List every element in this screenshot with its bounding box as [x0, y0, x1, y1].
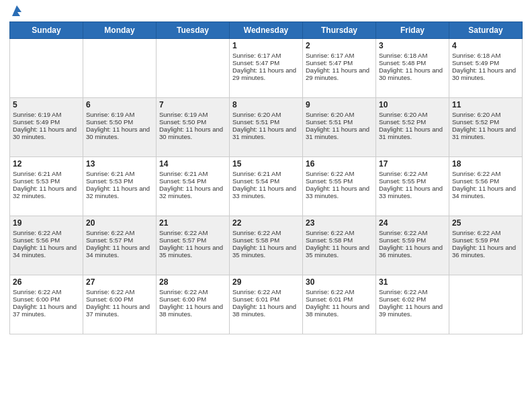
- sunrise-text: Sunrise: 6:19 AM: [159, 111, 226, 118]
- sunrise-text: Sunrise: 6:22 AM: [452, 229, 519, 236]
- daylight-text: Daylight: 11 hours and 35 minutes.: [306, 244, 373, 259]
- day-number: 12: [13, 159, 80, 169]
- day-number: 17: [379, 159, 446, 169]
- table-row: [83, 39, 157, 98]
- week-row-3: 19 Sunrise: 6:22 AM Sunset: 5:56 PM Dayl…: [10, 216, 523, 275]
- sunrise-text: Sunrise: 6:22 AM: [306, 170, 373, 177]
- sunset-text: Sunset: 5:57 PM: [159, 236, 226, 244]
- sunset-text: Sunset: 5:52 PM: [452, 118, 519, 126]
- daylight-text: Daylight: 11 hours and 30 minutes.: [86, 126, 153, 140]
- header-row: Sunday Monday Tuesday Wednesday Thursday…: [10, 22, 523, 39]
- week-row-0: 1 Sunrise: 6:17 AM Sunset: 5:47 PM Dayli…: [10, 39, 523, 98]
- sunrise-text: Sunrise: 6:21 AM: [232, 170, 300, 177]
- table-row: 28 Sunrise: 6:22 AM Sunset: 6:00 PM Dayl…: [157, 275, 230, 334]
- sunset-text: Sunset: 5:54 PM: [232, 177, 300, 185]
- sunset-text: Sunset: 5:49 PM: [452, 59, 519, 66]
- day-number: 16: [306, 159, 373, 169]
- sunrise-text: Sunrise: 6:22 AM: [159, 229, 226, 236]
- sunset-text: Sunset: 5:49 PM: [13, 118, 80, 126]
- daylight-text: Daylight: 11 hours and 29 minutes.: [232, 66, 300, 81]
- sunrise-text: Sunrise: 6:22 AM: [159, 288, 226, 295]
- day-number: 24: [379, 218, 446, 228]
- table-row: 7 Sunrise: 6:19 AM Sunset: 5:50 PM Dayli…: [157, 98, 230, 157]
- page-container: Sunday Monday Tuesday Wednesday Thursday…: [0, 0, 532, 411]
- table-row: 10 Sunrise: 6:20 AM Sunset: 5:52 PM Dayl…: [376, 98, 449, 157]
- sunset-text: Sunset: 5:54 PM: [159, 177, 226, 185]
- sunset-text: Sunset: 5:59 PM: [452, 236, 519, 244]
- sunset-text: Sunset: 6:02 PM: [379, 295, 446, 303]
- sunrise-text: Sunrise: 6:22 AM: [232, 229, 300, 236]
- sunset-text: Sunset: 6:01 PM: [306, 295, 373, 303]
- daylight-text: Daylight: 11 hours and 38 minutes.: [306, 303, 373, 318]
- table-row: 25 Sunrise: 6:22 AM Sunset: 5:59 PM Dayl…: [449, 216, 523, 275]
- sunset-text: Sunset: 5:47 PM: [232, 59, 300, 66]
- table-row: 20 Sunrise: 6:22 AM Sunset: 5:57 PM Dayl…: [83, 216, 157, 275]
- daylight-text: Daylight: 11 hours and 32 minutes.: [13, 185, 80, 199]
- table-row: 30 Sunrise: 6:22 AM Sunset: 6:01 PM Dayl…: [303, 275, 376, 334]
- day-number: 30: [306, 277, 373, 287]
- daylight-text: Daylight: 11 hours and 34 minutes.: [86, 244, 153, 259]
- day-number: 14: [159, 159, 226, 169]
- day-number: 26: [13, 277, 80, 287]
- day-number: 28: [159, 277, 226, 287]
- day-number: 3: [379, 41, 446, 50]
- sunrise-text: Sunrise: 6:22 AM: [86, 229, 153, 236]
- day-number: 29: [232, 277, 300, 287]
- table-row: 23 Sunrise: 6:22 AM Sunset: 5:58 PM Dayl…: [303, 216, 376, 275]
- sunset-text: Sunset: 5:48 PM: [379, 59, 446, 66]
- col-monday: Monday: [83, 22, 157, 39]
- table-row: 27 Sunrise: 6:22 AM Sunset: 6:00 PM Dayl…: [83, 275, 157, 334]
- sunset-text: Sunset: 5:52 PM: [379, 118, 446, 126]
- sunset-text: Sunset: 6:00 PM: [159, 295, 226, 303]
- table-row: 11 Sunrise: 6:20 AM Sunset: 5:52 PM Dayl…: [449, 98, 523, 157]
- header: [9, 7, 523, 16]
- sunset-text: Sunset: 6:01 PM: [232, 295, 300, 303]
- table-row: [10, 39, 83, 98]
- daylight-text: Daylight: 11 hours and 38 minutes.: [159, 303, 226, 318]
- table-row: 29 Sunrise: 6:22 AM Sunset: 6:01 PM Dayl…: [230, 275, 303, 334]
- sunset-text: Sunset: 5:56 PM: [452, 177, 519, 185]
- table-row: 19 Sunrise: 6:22 AM Sunset: 5:56 PM Dayl…: [10, 216, 83, 275]
- daylight-text: Daylight: 11 hours and 31 minutes.: [379, 126, 446, 140]
- daylight-text: Daylight: 11 hours and 37 minutes.: [13, 303, 80, 318]
- sunrise-text: Sunrise: 6:20 AM: [452, 111, 519, 118]
- sunset-text: Sunset: 5:53 PM: [13, 177, 80, 185]
- table-row: 26 Sunrise: 6:22 AM Sunset: 6:00 PM Dayl…: [10, 275, 83, 334]
- daylight-text: Daylight: 11 hours and 30 minutes.: [452, 66, 519, 81]
- day-number: 18: [452, 159, 519, 169]
- table-row: 24 Sunrise: 6:22 AM Sunset: 5:59 PM Dayl…: [376, 216, 449, 275]
- day-number: 19: [13, 218, 80, 228]
- table-row: 9 Sunrise: 6:20 AM Sunset: 5:51 PM Dayli…: [303, 98, 376, 157]
- sunrise-text: Sunrise: 6:21 AM: [13, 170, 80, 177]
- sunrise-text: Sunrise: 6:22 AM: [232, 288, 300, 295]
- day-number: 5: [13, 100, 80, 109]
- day-number: 4: [452, 41, 519, 50]
- sunset-text: Sunset: 5:53 PM: [86, 177, 153, 185]
- sunset-text: Sunset: 5:47 PM: [306, 59, 373, 66]
- col-tuesday: Tuesday: [157, 22, 230, 39]
- sunrise-text: Sunrise: 6:22 AM: [86, 288, 153, 295]
- sunrise-text: Sunrise: 6:17 AM: [306, 52, 373, 59]
- day-number: 7: [159, 100, 226, 109]
- sunset-text: Sunset: 5:57 PM: [86, 236, 153, 244]
- day-number: 13: [86, 159, 153, 169]
- col-thursday: Thursday: [303, 22, 376, 39]
- daylight-text: Daylight: 11 hours and 34 minutes.: [452, 185, 519, 199]
- sunset-text: Sunset: 5:59 PM: [379, 236, 446, 244]
- table-row: 2 Sunrise: 6:17 AM Sunset: 5:47 PM Dayli…: [303, 39, 376, 98]
- day-number: 6: [86, 100, 153, 109]
- calendar-table: Sunday Monday Tuesday Wednesday Thursday…: [9, 21, 523, 334]
- daylight-text: Daylight: 11 hours and 39 minutes.: [379, 303, 446, 318]
- sunrise-text: Sunrise: 6:22 AM: [13, 229, 80, 236]
- sunrise-text: Sunrise: 6:20 AM: [306, 111, 373, 118]
- table-row: 1 Sunrise: 6:17 AM Sunset: 5:47 PM Dayli…: [230, 39, 303, 98]
- sunrise-text: Sunrise: 6:21 AM: [86, 170, 153, 177]
- daylight-text: Daylight: 11 hours and 32 minutes.: [159, 185, 226, 199]
- day-number: 25: [452, 218, 519, 228]
- day-number: 31: [379, 277, 446, 287]
- daylight-text: Daylight: 11 hours and 31 minutes.: [232, 126, 300, 140]
- day-number: 1: [232, 41, 300, 50]
- daylight-text: Daylight: 11 hours and 31 minutes.: [452, 126, 519, 140]
- daylight-text: Daylight: 11 hours and 30 minutes.: [379, 66, 446, 81]
- col-saturday: Saturday: [449, 22, 523, 39]
